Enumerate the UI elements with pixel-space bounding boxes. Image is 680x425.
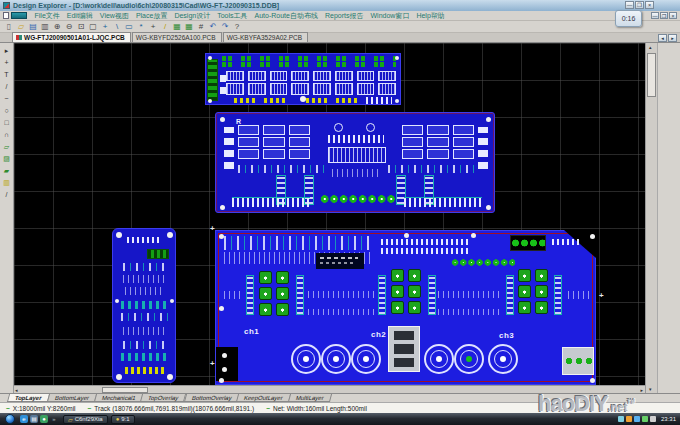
menu-place[interactable]: Place放置 bbox=[132, 11, 171, 21]
polygon-tool-icon[interactable]: ▱ bbox=[1, 141, 13, 153]
vertical-scroll-thumb[interactable] bbox=[647, 53, 656, 97]
zoom-out-icon[interactable]: ⊖ bbox=[63, 21, 75, 32]
layer-tab-keepoutlayer[interactable]: KeepOutLayer bbox=[236, 394, 291, 402]
electrolytic-capacitor bbox=[488, 344, 518, 374]
split-tool-icon[interactable]: ▥ bbox=[1, 177, 13, 189]
zoom-in-icon[interactable]: ⊕ bbox=[51, 21, 63, 32]
pencil-icon[interactable]: / bbox=[159, 21, 171, 32]
tab-wg-kbyfd2526a100[interactable]: WG-KBYFD2526A100.PCB bbox=[132, 32, 222, 42]
pcb-board-amplifier[interactable]: ch1 ch2 ch3 bbox=[215, 230, 596, 385]
scroll-down-icon[interactable]: ▾ bbox=[649, 385, 652, 393]
taskbar-clock[interactable]: 23:31 bbox=[661, 416, 676, 422]
pcb-board-middle[interactable]: R bbox=[215, 112, 495, 213]
vertical-scrollbar[interactable]: ▴ ▾ bbox=[645, 43, 657, 393]
board-d-components bbox=[438, 309, 502, 315]
scroll-up-icon[interactable]: ▴ bbox=[649, 43, 652, 51]
menu-reports[interactable]: Reports报告 bbox=[321, 11, 367, 21]
save-icon[interactable]: ▤ bbox=[27, 21, 39, 32]
overflow-chevron-icon[interactable]: » bbox=[50, 415, 58, 423]
layer-tab-toplayer[interactable]: TopLayer bbox=[7, 394, 50, 402]
print-icon[interactable]: ▥ bbox=[39, 21, 51, 32]
library2-icon[interactable]: ▦ bbox=[183, 21, 195, 32]
panel-toggle-icon[interactable] bbox=[11, 12, 27, 19]
tray-icon-1[interactable] bbox=[618, 416, 624, 422]
menu-autoroute[interactable]: Auto-Route自动布线 bbox=[251, 11, 321, 21]
restore-button[interactable]: ❐ bbox=[635, 1, 644, 9]
plane-tool-icon[interactable]: ▰ bbox=[1, 165, 13, 177]
new-document-icon[interactable]: ▯ bbox=[3, 21, 15, 32]
pad-hole bbox=[222, 367, 227, 372]
tray-icon-2[interactable] bbox=[626, 416, 632, 422]
pcb-board-left[interactable] bbox=[112, 228, 176, 383]
line-icon[interactable]: \ bbox=[111, 21, 123, 32]
mdi-minimize-button[interactable]: — bbox=[651, 12, 659, 19]
move-tool-icon[interactable]: + bbox=[1, 57, 13, 69]
fill-tool-icon[interactable]: ▨ bbox=[1, 153, 13, 165]
status-track-info: Track (18076.666mil,7691.819mil)(18076.6… bbox=[82, 405, 261, 412]
layer-tab-mechanical1[interactable]: Mechanical1 bbox=[94, 394, 144, 402]
grid-icon[interactable]: # bbox=[195, 21, 207, 32]
quick-launch-player-icon[interactable]: ● bbox=[40, 415, 48, 423]
tray-icon-4[interactable] bbox=[642, 416, 648, 422]
tab-scroll-left-icon[interactable]: ◂ bbox=[658, 34, 667, 42]
tray-icons bbox=[618, 416, 656, 422]
start-button[interactable] bbox=[5, 414, 15, 424]
dimension-icon[interactable]: * bbox=[135, 21, 147, 32]
undo-icon[interactable]: ↶ bbox=[207, 21, 219, 32]
rect-tool-icon[interactable]: □ bbox=[1, 117, 13, 129]
mounting-hole bbox=[219, 378, 224, 383]
layer-tab-topoverlay[interactable]: TopOverlay bbox=[140, 394, 187, 402]
menu-design[interactable]: Design设计 bbox=[171, 11, 214, 21]
help-icon[interactable]: ? bbox=[231, 21, 243, 32]
open-folder-icon[interactable]: ▱ bbox=[15, 21, 27, 32]
pcb-board-top[interactable] bbox=[205, 53, 401, 105]
crosshair-icon[interactable]: + bbox=[147, 21, 159, 32]
redo-icon[interactable]: ↷ bbox=[219, 21, 231, 32]
menu-edit[interactable]: Edit编辑 bbox=[63, 11, 96, 21]
mdi-restore-button[interactable]: ❐ bbox=[660, 12, 668, 19]
layer-tab-bottomlayer[interactable]: BottomLayer bbox=[46, 394, 96, 402]
tray-icon-3[interactable] bbox=[634, 416, 640, 422]
board-c-yellow-pads bbox=[125, 367, 165, 374]
menu-tools[interactable]: Tools工具 bbox=[214, 11, 251, 21]
taskbar-window-chat[interactable]: 9:1 bbox=[111, 415, 135, 424]
cross-probe-icon[interactable]: + bbox=[99, 21, 111, 32]
pad bbox=[402, 125, 423, 135]
layer-tab-bottomoverlay[interactable]: BottomOverlay bbox=[184, 394, 240, 402]
tpad bbox=[535, 269, 548, 282]
menu-help[interactable]: Help帮助 bbox=[413, 11, 448, 21]
quick-launch-desktop-icon[interactable]: ▤ bbox=[30, 415, 38, 423]
line-tool-icon[interactable]: / bbox=[1, 81, 13, 93]
tab-scroll-right-icon[interactable]: ▸ bbox=[668, 34, 677, 42]
layer-tab-multilayer[interactable]: MultiLayer bbox=[288, 394, 332, 402]
tray-icon-5[interactable] bbox=[650, 416, 656, 422]
halfarc-tool-icon[interactable]: ∩ bbox=[1, 129, 13, 141]
arc-tool-icon[interactable]: ~ bbox=[1, 93, 13, 105]
library1-icon[interactable]: ▦ bbox=[171, 21, 183, 32]
quick-launch-browser-icon[interactable]: e bbox=[20, 415, 28, 423]
close-button[interactable]: × bbox=[645, 1, 654, 9]
menu-view[interactable]: View视图 bbox=[96, 11, 132, 21]
mounting-hole bbox=[208, 99, 212, 103]
select-tool-icon[interactable]: ▸ bbox=[1, 45, 13, 57]
origin-cross-marker: + bbox=[210, 361, 215, 367]
mdi-close-button[interactable]: × bbox=[669, 12, 677, 19]
rect-icon[interactable]: ▭ bbox=[123, 21, 135, 32]
tab-wg-kbyfa3529a02[interactable]: WG-KBYFA3529A02.PCB bbox=[223, 32, 309, 42]
menu-window[interactable]: Window窗口 bbox=[367, 11, 413, 21]
pcb-canvas[interactable]: R bbox=[14, 43, 645, 385]
slot bbox=[394, 331, 414, 340]
horizontal-scrollbar[interactable]: ◂ ▸ bbox=[14, 385, 645, 393]
room-tool-icon[interactable]: / bbox=[1, 189, 13, 201]
text-tool-icon[interactable]: T bbox=[1, 69, 13, 81]
board-d-smd-pads bbox=[381, 239, 471, 245]
mounting-hole bbox=[220, 117, 225, 122]
zoom-page-icon[interactable]: ▢ bbox=[87, 21, 99, 32]
circle-tool-icon[interactable]: ○ bbox=[1, 105, 13, 117]
taskbar-window-folder[interactable]: C6nf29Xia bbox=[63, 415, 108, 424]
zoom-area-icon[interactable]: ⊡ bbox=[75, 21, 87, 32]
menu-file[interactable]: File文件 bbox=[31, 11, 63, 21]
electrolytic-capacitor bbox=[424, 344, 454, 374]
minimize-button[interactable]: — bbox=[625, 1, 634, 9]
tab-wg-ftj20090501a01-ljqc[interactable]: WG-FTJ20090501A01-LJQC.PCB bbox=[12, 32, 131, 42]
